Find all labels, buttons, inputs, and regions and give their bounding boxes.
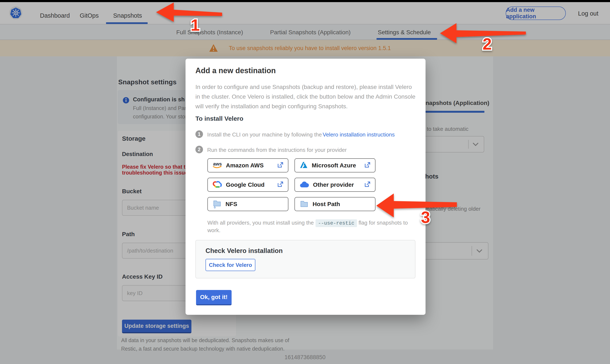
provider-google-cloud-button[interactable]: Google Cloud bbox=[208, 178, 288, 192]
network-folder-icon bbox=[212, 199, 222, 209]
ok-got-it-button[interactable]: Ok, got it! bbox=[196, 290, 232, 305]
velero-instructions-link[interactable]: Velero installation instructions bbox=[323, 131, 395, 138]
external-link-icon bbox=[364, 162, 370, 169]
provider-nfs-button[interactable]: NFS bbox=[208, 197, 288, 211]
cloud-icon bbox=[299, 181, 309, 189]
provider-microsoft-azure-button[interactable]: Microsoft Azure bbox=[295, 158, 376, 172]
provider-label: Host Path bbox=[312, 201, 340, 208]
step-1-text: Install the CLI on your machine by follo… bbox=[207, 131, 322, 138]
azure-logo bbox=[299, 161, 308, 170]
check-velero-panel: Check Velero installation Check for Vele… bbox=[195, 240, 415, 278]
provider-amazon-aws-button[interactable]: aws Amazon AWS bbox=[208, 158, 288, 172]
restic-note: With all providers, you must install usi… bbox=[208, 219, 418, 234]
check-for-velero-button[interactable]: Check for Velero bbox=[206, 259, 255, 271]
provider-label: NFS bbox=[225, 201, 237, 208]
install-velero-heading: To install Velero bbox=[195, 115, 243, 122]
app-window: Dashboard GitOps Snapshots Add a new app… bbox=[0, 0, 610, 364]
folder-icon bbox=[299, 199, 309, 209]
restic-note-prefix: With all providers, you must install usi… bbox=[208, 220, 314, 226]
svg-text:aws: aws bbox=[213, 161, 222, 167]
external-link-icon bbox=[277, 181, 283, 188]
provider-label: Other provider bbox=[313, 182, 354, 188]
external-link-icon bbox=[364, 181, 370, 188]
aws-logo: aws bbox=[212, 161, 222, 170]
provider-other-button[interactable]: Other provider bbox=[295, 178, 376, 192]
modal-intro-text: In order to configure and use Snapshots … bbox=[195, 82, 416, 111]
add-destination-modal: Add a new destination In order to config… bbox=[185, 59, 426, 315]
provider-label: Amazon AWS bbox=[226, 162, 264, 169]
step-2-badge: 2 bbox=[195, 146, 203, 153]
step-2-text: Run the commands from the instructions f… bbox=[207, 147, 347, 153]
provider-label: Google Cloud bbox=[226, 182, 265, 188]
restic-flag-chip: --use-restic bbox=[315, 219, 357, 227]
modal-title: Add a new destination bbox=[195, 66, 276, 75]
provider-label: Microsoft Azure bbox=[312, 162, 356, 169]
step-1-badge: 1 bbox=[195, 130, 203, 138]
check-velero-heading: Check Velero installation bbox=[206, 247, 283, 255]
provider-host-path-button[interactable]: Host Path bbox=[295, 197, 376, 211]
google-cloud-logo bbox=[212, 181, 222, 189]
external-link-icon bbox=[277, 162, 283, 169]
